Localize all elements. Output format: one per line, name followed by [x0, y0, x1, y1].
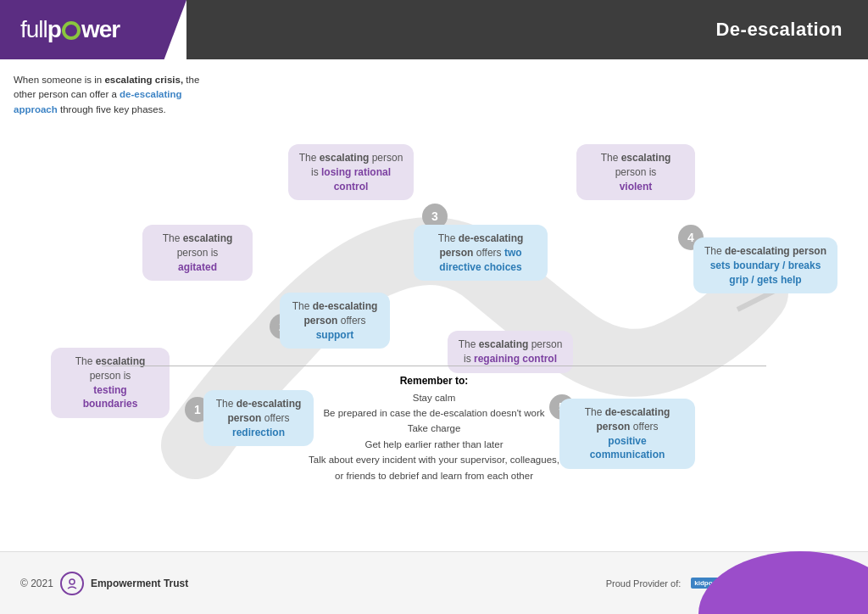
logo-area: fullpwer: [0, 0, 186, 59]
footer-org: Empowerment Trust: [91, 578, 188, 589]
footer-left: © 2021 Empowerment Trust: [20, 572, 188, 595]
provider-label: Proud Provider of:: [606, 578, 682, 589]
escalating-4-highlight: violent: [620, 181, 653, 193]
main-content: When someone is in escalating crisis, th…: [0, 59, 868, 551]
logo-o-icon: [62, 21, 81, 40]
intro-text: When someone is in escalating crisis, th…: [14, 73, 200, 117]
remember-items: Stay calm Be prepared in case the de-esc…: [102, 390, 766, 483]
escalating-3-bold: escalating: [320, 152, 370, 164]
remember-title: Remember to:: [102, 375, 766, 387]
escalating-5-bold: escalating: [479, 338, 529, 350]
escalating-5-highlight: regaining control: [474, 353, 557, 365]
footer-circle-icon: [60, 572, 84, 595]
de2-bold: de-escalating person: [303, 300, 377, 327]
footer: © 2021 Empowerment Trust Proud Provider …: [0, 551, 868, 614]
escalating-2-box: The escalating person is agitated: [142, 225, 253, 281]
deescalating-2-box: The de-escalating person offers support: [280, 293, 390, 349]
deescalating-4-box: The de-escalating person sets boundary /…: [693, 237, 837, 293]
remember-section: Remember to: Stay calm Be prepared in ca…: [102, 366, 766, 483]
footer-purple-wave: [698, 551, 868, 614]
escalating-3-highlight: losing rational control: [321, 166, 391, 193]
escalating-2-highlight: agitated: [178, 261, 217, 273]
footer-year: © 2021: [20, 578, 53, 589]
header: fullpwer De-escalation: [0, 0, 868, 59]
empowerment-icon: [65, 577, 79, 590]
escalating-4-box: The escalating person is violent: [576, 144, 695, 200]
escalating-4-bold: escalating: [621, 152, 671, 164]
header-right: De-escalation: [186, 0, 868, 59]
de4-highlight: sets boundary / breaks grip / gets help: [710, 260, 821, 286]
logo-text: fullpwer: [20, 16, 120, 43]
svg-point-0: [70, 579, 75, 584]
de2-highlight: support: [316, 329, 354, 341]
escalating-3-box: The escalating person is losing rational…: [288, 144, 414, 200]
page-title: De-escalation: [715, 19, 843, 41]
de4-bold: de-escalating person: [725, 245, 826, 257]
escalating-2-bold: escalating: [183, 232, 233, 244]
deescalating-3-box: The de-escalating person offers two dire…: [414, 225, 548, 281]
